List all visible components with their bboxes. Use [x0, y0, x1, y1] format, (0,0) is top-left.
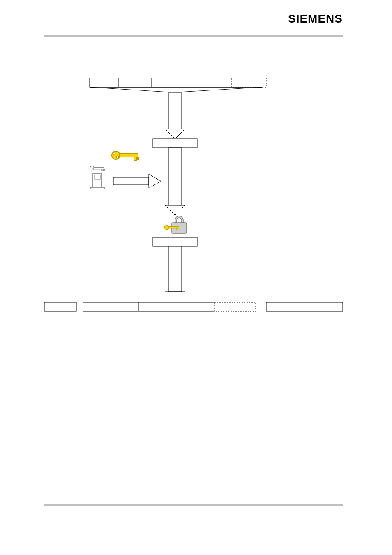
bottom-middle-block [83, 302, 214, 311]
terminal-icon [90, 173, 104, 189]
top-segmented-block [90, 78, 266, 92]
svg-marker-8 [165, 205, 185, 215]
bottom-left-box [44, 302, 76, 311]
bottom-row [44, 302, 343, 311]
key-icon [90, 166, 104, 171]
svg-rect-13 [134, 157, 136, 160]
svg-point-11 [116, 156, 119, 158]
svg-rect-3 [231, 78, 266, 87]
left-icon-group [90, 151, 161, 189]
lock-box [153, 237, 197, 246]
arrow-horizontal [113, 174, 161, 188]
brand-logo: SIEMENS [288, 12, 343, 25]
middle-box-top [153, 139, 197, 148]
header-divider [44, 35, 343, 37]
svg-rect-30 [168, 246, 182, 292]
brand-text: SIEMENS [288, 12, 343, 25]
svg-point-17 [92, 168, 93, 170]
key-icon [112, 151, 139, 160]
svg-marker-31 [165, 292, 185, 302]
svg-marker-4 [90, 87, 262, 92]
svg-rect-19 [102, 169, 103, 171]
svg-rect-28 [168, 226, 179, 228]
svg-point-10 [113, 152, 115, 155]
svg-rect-18 [94, 167, 104, 169]
bottom-right-box [266, 302, 343, 311]
svg-marker-6 [165, 129, 185, 139]
svg-rect-14 [137, 157, 139, 159]
arrow-3 [165, 246, 185, 302]
svg-rect-24 [113, 177, 149, 185]
diagram-svg [44, 74, 343, 312]
svg-rect-12 [119, 154, 138, 157]
svg-rect-22 [95, 175, 100, 179]
svg-rect-20 [104, 169, 104, 170]
lock-with-key-icon [164, 216, 187, 233]
arrow-2 [165, 148, 185, 215]
flow-diagram [44, 74, 343, 312]
bottom-middle-dashed [214, 302, 256, 311]
svg-rect-29 [177, 228, 178, 230]
svg-marker-25 [149, 174, 161, 188]
arrow-1 [165, 93, 185, 139]
svg-point-16 [90, 167, 92, 168]
svg-rect-5 [168, 93, 182, 129]
svg-rect-7 [168, 148, 182, 205]
svg-rect-23 [90, 187, 104, 189]
footer-divider [44, 504, 343, 506]
